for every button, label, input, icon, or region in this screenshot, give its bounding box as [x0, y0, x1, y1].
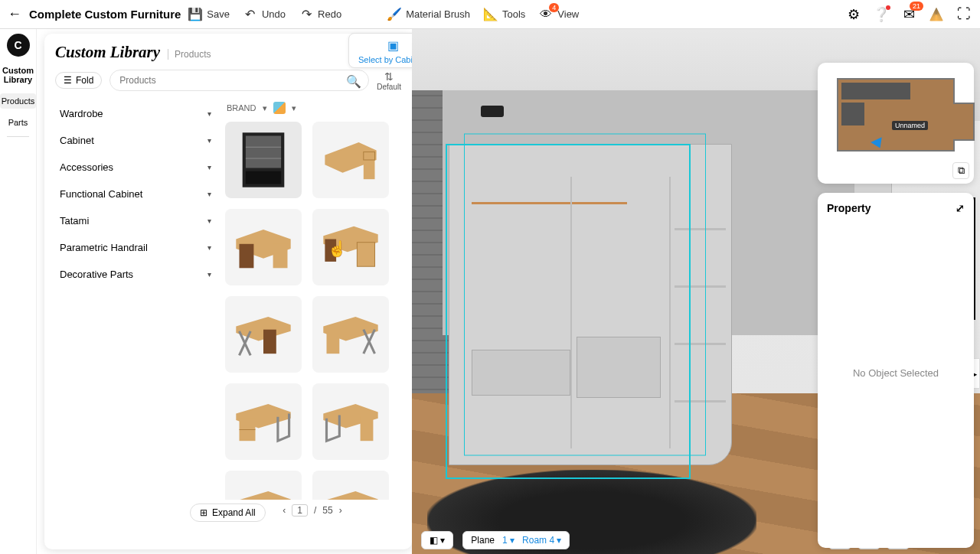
- pager-total: 55: [322, 505, 332, 516]
- save-label: Save: [207, 8, 230, 20]
- redo-button[interactable]: ↷Redo: [299, 8, 341, 21]
- sort-icon: ⇅: [384, 70, 394, 83]
- undo-icon: ↶: [243, 8, 257, 21]
- pager-page[interactable]: 1: [292, 504, 308, 517]
- view-button[interactable]: 👁4View: [539, 8, 579, 21]
- tools-label: Tools: [502, 8, 525, 20]
- fold-button[interactable]: ☰Fold: [55, 72, 102, 89]
- minimap-room[interactable]: Unnamed: [837, 78, 955, 152]
- rail-item-parts[interactable]: Parts: [0, 115, 36, 130]
- expand-icon[interactable]: ⤢: [956, 202, 965, 214]
- svg-rect-9: [240, 244, 254, 269]
- property-title: Property: [827, 202, 871, 214]
- property-panel: Property ⤢ No Object Selected: [818, 193, 974, 548]
- view-label: View: [557, 8, 579, 20]
- chevron-down-icon: ▾: [207, 270, 211, 279]
- product-thumb[interactable]: [225, 122, 302, 198]
- svg-rect-18: [327, 330, 340, 354]
- inbox-badge: 21: [910, 2, 923, 11]
- material-brush-button[interactable]: 🖌️Material Brush: [387, 8, 470, 21]
- product-thumb[interactable]: [225, 296, 302, 373]
- svg-rect-6: [364, 152, 375, 180]
- redo-icon: ↷: [299, 8, 313, 21]
- category-tatami[interactable]: Tatami▾: [55, 207, 216, 234]
- fold-icon: ☰: [64, 75, 72, 86]
- product-thumb[interactable]: [312, 383, 389, 460]
- top-tools: 🖌️Material Brush 📐Tools 👁4View: [387, 8, 579, 21]
- sort-button[interactable]: ⇅ Default: [377, 70, 401, 91]
- save-icon: 💾: [188, 8, 202, 21]
- category-functional-cabinet[interactable]: Functional Cabinet▾: [55, 181, 216, 207]
- page-title: Complete Custom Furniture: [29, 8, 181, 21]
- rail-logo[interactable]: C: [7, 34, 30, 57]
- sort-label: Default: [377, 83, 401, 91]
- category-list: Wardrobe▾ Cabinet▾ Accessories▾ Function…: [55, 100, 216, 517]
- viewport-layers-button[interactable]: ◧ ▾: [421, 531, 453, 549]
- material-label: Material Brush: [406, 8, 470, 20]
- category-label: Accessories: [60, 161, 113, 173]
- expand-all-button[interactable]: ⊞Expand All: [190, 503, 266, 522]
- side-rail: C Custom Library Products Parts: [0, 29, 37, 554]
- scene-wardrobe[interactable]: [449, 144, 732, 465]
- eye-icon: 👁4: [539, 8, 553, 21]
- fullscreen-icon[interactable]: ⛶: [956, 6, 972, 23]
- chevron-down-icon: ▾: [263, 103, 267, 113]
- svg-rect-13: [357, 243, 374, 267]
- library-panel: Custom Library Products ☰Fold 🔍 ⇅ Defaul…: [44, 34, 412, 549]
- product-grid[interactable]: ☝️: [224, 120, 401, 500]
- undo-button[interactable]: ↶Undo: [243, 8, 286, 21]
- product-thumb[interactable]: ☝️: [312, 209, 389, 285]
- chevron-down-icon: ▾: [207, 163, 211, 171]
- category-label: Decorative Parts: [60, 269, 133, 280]
- svg-marker-28: [323, 491, 377, 500]
- library-subtitle: Products: [168, 49, 211, 60]
- product-column: BRAND▾ ▾ ☝️: [224, 100, 401, 517]
- top-actions: 💾Save ↶Undo ↷Redo: [188, 8, 341, 21]
- help-icon[interactable]: ❔: [873, 6, 890, 23]
- redo-label: Redo: [318, 8, 341, 20]
- plane-selector[interactable]: 1 ▾: [502, 535, 514, 546]
- category-accessories[interactable]: Accessories▾: [55, 154, 216, 181]
- svg-marker-24: [236, 491, 290, 500]
- brand-swatch-icon: [273, 102, 286, 114]
- category-cabinet[interactable]: Cabinet▾: [55, 127, 216, 154]
- view-badge: 4: [549, 3, 559, 12]
- minimap-popout-icon[interactable]: ⧉: [952, 162, 969, 179]
- chevron-down-icon: ▾: [207, 190, 211, 198]
- save-button[interactable]: 💾Save: [188, 8, 230, 21]
- chevron-down-icon: ▾: [207, 136, 211, 145]
- product-thumb[interactable]: [312, 296, 389, 373]
- brand-logo-icon[interactable]: [928, 6, 945, 23]
- minimap-camera-icon[interactable]: [871, 137, 886, 151]
- pager-prev[interactable]: ‹: [283, 505, 286, 516]
- product-thumb[interactable]: [225, 471, 302, 500]
- svg-rect-1: [246, 136, 281, 168]
- top-right: ⚙ ❔ ✉21 ⛶: [845, 6, 972, 23]
- undo-label: Undo: [262, 8, 286, 20]
- category-decorative-parts[interactable]: Decorative Parts▾: [55, 261, 216, 288]
- search-box: 🔍: [109, 70, 369, 91]
- search-icon[interactable]: 🔍: [346, 74, 361, 89]
- category-label: Cabinet: [60, 135, 94, 146]
- chevron-down-icon: ▾: [207, 109, 211, 118]
- product-thumb[interactable]: [312, 122, 389, 198]
- search-input[interactable]: [109, 70, 369, 91]
- category-parametric-handrail[interactable]: Parametric Handrail▾: [55, 234, 216, 261]
- product-thumb[interactable]: [225, 209, 302, 285]
- product-thumb[interactable]: [312, 471, 389, 500]
- rail-custom-l1: Custom: [0, 66, 36, 75]
- library-title: Custom Library: [55, 43, 160, 62]
- rail-item-custom-library[interactable]: Custom Library: [0, 63, 36, 87]
- tools-button[interactable]: 📐Tools: [484, 8, 525, 21]
- category-wardrobe[interactable]: Wardrobe▾: [55, 100, 216, 127]
- roam-selector[interactable]: Roam 4 ▾: [522, 535, 561, 546]
- settings-icon[interactable]: ⚙: [845, 6, 862, 23]
- product-thumb[interactable]: [225, 383, 302, 460]
- minimap[interactable]: Unnamed ⧉: [818, 63, 974, 184]
- brand-filter[interactable]: BRAND▾ ▾: [224, 100, 401, 120]
- back-button[interactable]: ←: [8, 6, 21, 22]
- rail-item-products[interactable]: Products: [0, 93, 36, 109]
- inbox-icon[interactable]: ✉21: [900, 6, 917, 23]
- pager-next[interactable]: ›: [339, 505, 342, 516]
- help-dot: [886, 5, 890, 10]
